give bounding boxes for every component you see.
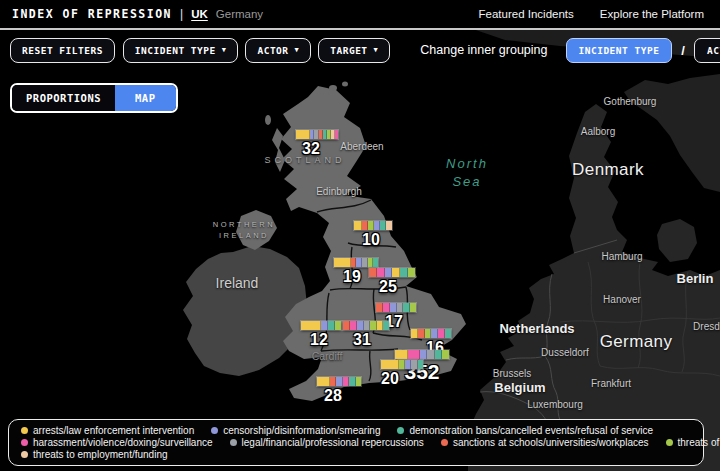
legend-label: sanctions at schools/universities/workpl… [453, 437, 649, 448]
grouping-options: INCIDENT TYPE/ACTOR/TARGET [566, 38, 720, 63]
dropdown-target[interactable]: TARGET▼ [318, 38, 390, 63]
segment-peach [386, 221, 392, 230]
legend-item-threats-to-employment-funding: threats to employment/funding [21, 449, 168, 460]
marker-10-count: 10 [352, 231, 390, 249]
country-tab-uk[interactable]: UK [191, 8, 208, 20]
legend-item-censorship-disinformation-smearing: censorship/disinformation/smearing [211, 425, 380, 436]
marker-352-bar[interactable] [395, 350, 449, 359]
segment-yellow [296, 130, 310, 139]
marker-10[interactable]: 10 [354, 221, 392, 249]
legend-item-legal-financial-professional-repercussio: legal/financial/professional repercussio… [230, 437, 424, 448]
segment-teal [403, 303, 410, 312]
legend-label: threats of legal action [678, 437, 720, 448]
segment-lime [410, 303, 416, 312]
marker-17-bar[interactable] [376, 303, 416, 312]
segment-lime [356, 377, 361, 386]
dropdown-actor[interactable]: ACTOR▼ [245, 38, 311, 63]
segment-yellow [301, 321, 321, 330]
segment-yellow [381, 360, 399, 369]
legend-dot [397, 427, 404, 434]
view-toggle-proportions[interactable]: PROPORTIONS [12, 85, 115, 111]
dropdown-label: TARGET [330, 45, 367, 56]
marker-32-bar[interactable] [296, 130, 338, 139]
segment-teal [445, 329, 451, 338]
legend-label: threats to employment/funding [33, 449, 168, 460]
dropdown-label: INCIDENT TYPE [135, 45, 216, 56]
nav-item-featured-incidents[interactable]: Featured Incidents [479, 8, 574, 20]
legend-item-threats-of-legal-action: threats of legal action [666, 437, 720, 448]
country-tab-germany[interactable]: Germany [216, 8, 263, 20]
segment-teal [400, 268, 408, 277]
marker-20-bar[interactable] [381, 360, 423, 369]
segment-teal [328, 321, 335, 330]
marker-28[interactable]: 28 [317, 377, 361, 405]
legend-dot [441, 439, 448, 446]
segment-salmon [418, 329, 425, 338]
legend-label: demonstration bans/cancelled events/refu… [409, 425, 652, 436]
marker-31[interactable]: 31 [343, 321, 389, 349]
segment-gray [397, 303, 404, 312]
legend-dot [21, 427, 28, 434]
marker-28-bar[interactable] [317, 377, 361, 386]
segment-periwinkle [357, 321, 364, 330]
legend-dot [21, 439, 28, 446]
segment-lime [408, 268, 415, 277]
nav-item-explore-the-platform[interactable]: Explore the Platform [600, 8, 704, 20]
marker-25-bar[interactable] [369, 268, 415, 277]
segment-salmon [369, 268, 377, 277]
segment-teal [435, 350, 442, 359]
segment-lime [335, 321, 341, 330]
segment-teal [418, 360, 423, 369]
dropdown-incident-type[interactable]: INCIDENT TYPE▼ [123, 38, 239, 63]
segment-pink [408, 350, 419, 359]
legend-item-arrests-law-enforcement-intervention: arrests/law enforcement intervention [21, 425, 194, 436]
legend-label: legal/financial/professional repercussio… [242, 437, 424, 448]
marker-31-bar[interactable] [343, 321, 389, 330]
marker-32-count: 32 [290, 140, 332, 158]
legend-row: harassment/violence/doxing/surveillancel… [21, 437, 691, 448]
segment-periwinkle [420, 350, 428, 359]
grouping-option-actor[interactable]: ACTOR [694, 38, 720, 63]
segment-periwinkle [431, 329, 438, 338]
segment-yellow [395, 350, 408, 359]
segment-lime [442, 350, 449, 359]
segment-yellow [354, 221, 362, 230]
marker-10-bar[interactable] [354, 221, 392, 230]
marker-28-count: 28 [311, 387, 355, 405]
grouping-label: Change inner grouping [420, 43, 547, 57]
segment-periwinkle [321, 321, 328, 330]
brand: INDEX OF REPRESSION | UK Germany [12, 7, 263, 21]
segment-pink [438, 329, 445, 338]
marker-16-bar[interactable] [411, 329, 451, 338]
chevron-down-icon: ▼ [295, 47, 300, 54]
segment-periwinkle [385, 268, 392, 277]
filter-bar: RESET FILTERS INCIDENT TYPE▼ACTOR▼TARGET… [0, 32, 720, 68]
marker-20[interactable]: 20 [381, 360, 423, 388]
title-separator: | [180, 7, 183, 21]
header: INDEX OF REPRESSION | UK Germany Feature… [0, 0, 720, 30]
legend-label: censorship/disinformation/smearing [223, 425, 380, 436]
segment-salmon [343, 321, 350, 330]
grouping-option-incident-type[interactable]: INCIDENT TYPE [566, 38, 673, 63]
view-toggle: PROPORTIONSMAP [10, 83, 178, 113]
legend-dot [666, 439, 673, 446]
app-window: SCOTLANDNORTHERN IRELANDIrelandAberdeenE… [0, 0, 720, 471]
marker-25-count: 25 [365, 278, 411, 296]
map-marker-layer: 32101925171231163522028 [0, 0, 720, 471]
filter-dropdowns: INCIDENT TYPE▼ACTOR▼TARGET▼ [123, 38, 390, 63]
marker-12[interactable]: 12 [301, 321, 341, 349]
legend-label: arrests/law enforcement intervention [33, 425, 194, 436]
marker-25[interactable]: 25 [369, 268, 415, 296]
legend-row: threats to employment/funding [21, 449, 691, 460]
segment-periwinkle [374, 221, 381, 230]
marker-12-bar[interactable] [301, 321, 341, 330]
view-toggle-map[interactable]: MAP [115, 85, 175, 111]
legend-label: harassment/violence/doxing/surveillance [33, 437, 213, 448]
segment-gray [427, 350, 434, 359]
reset-filters-button[interactable]: RESET FILTERS [10, 38, 115, 63]
grouping-separator: / [681, 43, 685, 58]
legend: arrests/law enforcement interventioncens… [8, 419, 704, 466]
marker-19-bar[interactable] [334, 258, 378, 267]
marker-32[interactable]: 32 [296, 130, 338, 158]
legend-item-demonstration-bans-cancelled-events-refu: demonstration bans/cancelled events/refu… [397, 425, 652, 436]
